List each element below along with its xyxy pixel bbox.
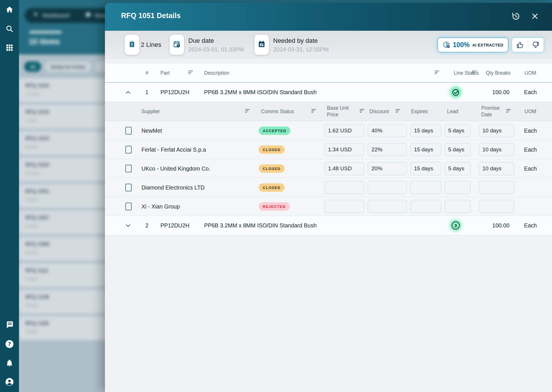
- thumbs-down-icon[interactable]: [528, 38, 544, 52]
- line-uom: Each: [519, 222, 542, 229]
- ai-brain-icon: [442, 41, 450, 49]
- promise-date-input[interactable]: [479, 162, 514, 175]
- expires-input[interactable]: [410, 162, 441, 175]
- expires-input[interactable]: [410, 200, 441, 213]
- collapse-chevron-icon[interactable]: [123, 88, 133, 97]
- supplier-name: NewMet: [141, 127, 162, 134]
- discount-input[interactable]: [368, 200, 407, 213]
- funnel-icon: [33, 12, 39, 19]
- rfq-card: RFQ 11562 lines: [19, 316, 114, 340]
- supplier-row: Diamond Electronics LTD CLOSED: [105, 178, 552, 197]
- supplier-name: UKco - United Kingdom Co.: [141, 165, 210, 172]
- line-description: PP6B 3.2MM x 8MM ISO/DIN Standard Bush: [204, 89, 317, 96]
- col-base-unit-price: Base Unit Price: [327, 105, 359, 118]
- line-row-2: 2 PP12DU2H PP6B 3.2MM x 8MM ISO/DIN Stan…: [105, 216, 552, 235]
- chat-tab-icon: [85, 12, 91, 19]
- due-date-card: [170, 35, 184, 55]
- sort-icon[interactable]: [435, 70, 440, 76]
- needed-by-label: Needed by date: [273, 37, 329, 45]
- nav-rail: ?: [0, 0, 19, 392]
- home-icon[interactable]: [5, 5, 14, 14]
- search-icon[interactable]: [5, 24, 14, 33]
- rfq-card: RFQ 10238 lines: [19, 131, 114, 155]
- promise-date-input[interactable]: [479, 181, 514, 194]
- col-comms-status: Comms Status: [261, 108, 294, 115]
- lead-input[interactable]: [444, 143, 471, 156]
- sort-icon[interactable]: [472, 70, 477, 76]
- status-badge: ACCEPTED: [259, 126, 290, 135]
- app-window: Dashboard Gene 10 items All Ready for Ac…: [0, 0, 552, 392]
- rfq-card: RFQ 11112 lines: [19, 263, 114, 287]
- discount-input[interactable]: [368, 143, 407, 156]
- sort-icon[interactable]: [396, 109, 400, 114]
- bell-icon[interactable]: [5, 359, 14, 367]
- help-icon[interactable]: ?: [5, 340, 14, 348]
- supplier-name: Xi - Xian Group: [141, 203, 180, 210]
- lead-input[interactable]: [444, 181, 471, 194]
- base-unit-price-input[interactable]: [324, 124, 364, 137]
- base-unit-price-input[interactable]: [324, 181, 364, 194]
- sort-icon[interactable]: [506, 109, 511, 114]
- supplier-row: NewMet ACCEPTED Each: [105, 121, 552, 140]
- line-row-1: 1 PP12DU2H PP6B 3.2MM x 8MM ISO/DIN Stan…: [105, 83, 552, 102]
- discount-input[interactable]: [368, 124, 407, 137]
- expires-input[interactable]: [410, 181, 441, 194]
- needed-by-value: 2024-03-31, 12:00PM: [273, 46, 329, 53]
- lines-card: [125, 35, 139, 55]
- panel-header: RFQ 1051 Details: [105, 3, 552, 31]
- sort-icon[interactable]: [188, 70, 193, 76]
- supplier-checkbox[interactable]: [125, 202, 132, 210]
- status-badge: REJECTED: [259, 202, 290, 211]
- sort-icon[interactable]: [360, 109, 365, 114]
- col-uom: UOM: [519, 70, 542, 76]
- chat-icon[interactable]: [5, 320, 14, 329]
- needed-by-card: [254, 35, 269, 55]
- ai-extracted-button[interactable]: 100% AI EXTRACTED: [438, 38, 508, 52]
- supplier-checkbox[interactable]: [125, 127, 132, 134]
- line-part: PP12DU2H: [160, 222, 189, 229]
- account-icon[interactable]: [5, 378, 14, 386]
- promise-date-input[interactable]: [479, 143, 514, 156]
- promise-date-input[interactable]: [479, 200, 514, 213]
- close-icon[interactable]: [530, 11, 540, 21]
- background-section-label: [29, 31, 62, 33]
- apps-grid-icon[interactable]: [5, 43, 14, 52]
- history-icon[interactable]: [510, 11, 521, 21]
- status-badge: CLOSED: [259, 183, 285, 192]
- supplier-name: Diamond Electronics LTD: [141, 184, 205, 191]
- calendar-check-icon: [258, 40, 266, 49]
- lead-input[interactable]: [444, 124, 471, 137]
- line-uom: Each: [519, 89, 542, 96]
- sort-icon[interactable]: [311, 109, 316, 114]
- line-number: 1: [144, 89, 150, 96]
- discount-input[interactable]: [368, 162, 407, 175]
- sort-icon[interactable]: [245, 109, 250, 114]
- line-part: PP12DU2H: [160, 89, 189, 96]
- panel-title: RFQ 1051 Details: [121, 11, 181, 20]
- discount-input[interactable]: [368, 181, 407, 194]
- ai-extracted-label: AI EXTRACTED: [472, 43, 503, 47]
- supplier-checkbox[interactable]: [125, 184, 132, 191]
- supplier-checkbox[interactable]: [125, 146, 132, 153]
- expires-input[interactable]: [410, 124, 441, 137]
- svg-text:?: ?: [8, 341, 11, 347]
- expires-input[interactable]: [410, 143, 441, 156]
- expand-chevron-icon[interactable]: [123, 221, 133, 230]
- lines-count: 2 Lines: [141, 41, 161, 49]
- base-unit-price-input[interactable]: [324, 200, 364, 213]
- lead-input[interactable]: [444, 162, 471, 175]
- promise-date-input[interactable]: [479, 124, 514, 137]
- thumbs-up-icon[interactable]: [512, 38, 528, 52]
- col-lead: Lead: [447, 108, 458, 115]
- supplier-checkbox[interactable]: [125, 165, 132, 172]
- base-unit-price-input[interactable]: [324, 162, 364, 175]
- supplier-uom: Each: [519, 127, 542, 134]
- col-expires: Expires: [411, 108, 428, 115]
- lead-input[interactable]: [444, 200, 471, 213]
- base-unit-price-input[interactable]: [324, 143, 364, 156]
- line-number: 2: [144, 222, 150, 229]
- col-qty-breaks: Qty Breaks: [484, 70, 513, 76]
- info-bar: 2 Lines Due date 2024-03-01, 01:33PM Nee…: [105, 31, 552, 59]
- line-description: PP6B 3.2MM x 8MM ISO/DIN Standard Bush: [204, 222, 317, 229]
- tab-dashboard: Dashboard: [43, 13, 70, 19]
